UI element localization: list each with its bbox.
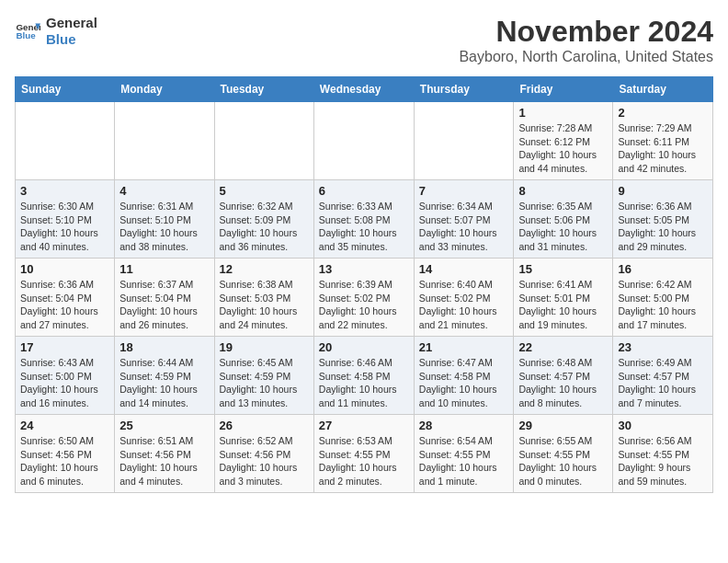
day-cell bbox=[115, 102, 214, 180]
day-cell: 4Sunrise: 6:31 AM Sunset: 5:10 PM Daylig… bbox=[115, 180, 214, 259]
day-info: Sunrise: 6:47 AM Sunset: 4:58 PM Dayligh… bbox=[419, 356, 509, 410]
day-info: Sunrise: 6:55 AM Sunset: 4:55 PM Dayligh… bbox=[518, 434, 608, 488]
month-title: November 2024 bbox=[459, 15, 713, 49]
logo-icon: General Blue bbox=[15, 18, 40, 44]
day-number: 25 bbox=[119, 419, 209, 432]
day-number: 5 bbox=[220, 184, 309, 198]
day-info: Sunrise: 6:53 AM Sunset: 4:55 PM Dayligh… bbox=[319, 434, 409, 488]
day-cell: 10Sunrise: 6:36 AM Sunset: 5:04 PM Dayli… bbox=[16, 259, 115, 337]
day-number: 7 bbox=[419, 184, 509, 198]
col-header-sunday: Sunday bbox=[16, 77, 115, 102]
day-cell: 17Sunrise: 6:43 AM Sunset: 5:00 PM Dayli… bbox=[16, 337, 115, 415]
col-header-thursday: Thursday bbox=[414, 77, 514, 102]
day-number: 22 bbox=[518, 340, 608, 354]
day-info: Sunrise: 6:54 AM Sunset: 4:55 PM Dayligh… bbox=[419, 434, 509, 488]
day-info: Sunrise: 6:39 AM Sunset: 5:02 PM Dayligh… bbox=[319, 278, 409, 332]
day-number: 18 bbox=[119, 340, 209, 354]
day-cell bbox=[414, 102, 514, 180]
week-row-4: 24Sunrise: 6:50 AM Sunset: 4:56 PM Dayli… bbox=[16, 415, 713, 493]
calendar-header-row: SundayMondayTuesdayWednesdayThursdayFrid… bbox=[16, 77, 713, 102]
col-header-wednesday: Wednesday bbox=[313, 77, 414, 102]
day-info: Sunrise: 6:34 AM Sunset: 5:07 PM Dayligh… bbox=[419, 200, 509, 254]
col-header-tuesday: Tuesday bbox=[214, 77, 313, 102]
day-cell: 30Sunrise: 6:56 AM Sunset: 4:55 PM Dayli… bbox=[613, 415, 713, 493]
day-cell: 13Sunrise: 6:39 AM Sunset: 5:02 PM Dayli… bbox=[313, 259, 414, 337]
day-info: Sunrise: 6:56 AM Sunset: 4:55 PM Dayligh… bbox=[618, 434, 708, 488]
day-cell bbox=[16, 102, 115, 180]
day-number: 11 bbox=[119, 262, 209, 276]
day-cell: 20Sunrise: 6:46 AM Sunset: 4:58 PM Dayli… bbox=[313, 337, 414, 415]
day-cell: 3Sunrise: 6:30 AM Sunset: 5:10 PM Daylig… bbox=[16, 180, 115, 259]
day-number: 12 bbox=[220, 262, 309, 276]
day-number: 9 bbox=[618, 184, 708, 198]
day-number: 23 bbox=[618, 340, 708, 354]
day-info: Sunrise: 7:29 AM Sunset: 6:11 PM Dayligh… bbox=[618, 121, 708, 176]
day-number: 1 bbox=[518, 106, 608, 120]
day-cell: 8Sunrise: 6:35 AM Sunset: 5:06 PM Daylig… bbox=[514, 180, 613, 259]
day-number: 3 bbox=[20, 184, 109, 198]
day-number: 30 bbox=[618, 419, 708, 432]
day-number: 4 bbox=[119, 184, 209, 198]
day-cell: 2Sunrise: 7:29 AM Sunset: 6:11 PM Daylig… bbox=[613, 102, 713, 180]
day-cell: 23Sunrise: 6:49 AM Sunset: 4:57 PM Dayli… bbox=[613, 337, 713, 415]
day-cell: 28Sunrise: 6:54 AM Sunset: 4:55 PM Dayli… bbox=[414, 415, 514, 493]
day-cell: 15Sunrise: 6:41 AM Sunset: 5:01 PM Dayli… bbox=[514, 259, 613, 337]
day-number: 27 bbox=[319, 419, 409, 432]
title-area: November 2024 Bayboro, North Carolina, U… bbox=[459, 15, 713, 65]
day-info: Sunrise: 6:38 AM Sunset: 5:03 PM Dayligh… bbox=[220, 278, 309, 332]
day-number: 2 bbox=[618, 106, 708, 120]
day-cell: 1Sunrise: 7:28 AM Sunset: 6:12 PM Daylig… bbox=[514, 102, 613, 180]
day-info: Sunrise: 6:30 AM Sunset: 5:10 PM Dayligh… bbox=[20, 200, 109, 254]
day-cell: 11Sunrise: 6:37 AM Sunset: 5:04 PM Dayli… bbox=[115, 259, 214, 337]
day-cell: 6Sunrise: 6:33 AM Sunset: 5:08 PM Daylig… bbox=[313, 180, 414, 259]
col-header-friday: Friday bbox=[514, 77, 613, 102]
day-info: Sunrise: 6:32 AM Sunset: 5:09 PM Dayligh… bbox=[220, 200, 309, 254]
day-cell: 26Sunrise: 6:52 AM Sunset: 4:56 PM Dayli… bbox=[214, 415, 313, 493]
day-cell bbox=[214, 102, 313, 180]
day-info: Sunrise: 6:43 AM Sunset: 5:00 PM Dayligh… bbox=[20, 356, 109, 410]
logo: General Blue General Blue General Blue bbox=[15, 15, 97, 48]
week-row-3: 17Sunrise: 6:43 AM Sunset: 5:00 PM Dayli… bbox=[16, 337, 713, 415]
day-info: Sunrise: 6:52 AM Sunset: 4:56 PM Dayligh… bbox=[220, 434, 309, 488]
day-number: 26 bbox=[220, 419, 309, 432]
location-title: Bayboro, North Carolina, United States bbox=[459, 49, 713, 65]
day-number: 28 bbox=[419, 419, 509, 432]
day-info: Sunrise: 6:46 AM Sunset: 4:58 PM Dayligh… bbox=[319, 356, 409, 410]
day-cell: 18Sunrise: 6:44 AM Sunset: 4:59 PM Dayli… bbox=[115, 337, 214, 415]
day-cell: 29Sunrise: 6:55 AM Sunset: 4:55 PM Dayli… bbox=[514, 415, 613, 493]
day-cell: 12Sunrise: 6:38 AM Sunset: 5:03 PM Dayli… bbox=[214, 259, 313, 337]
day-number: 17 bbox=[20, 340, 109, 354]
week-row-1: 3Sunrise: 6:30 AM Sunset: 5:10 PM Daylig… bbox=[16, 180, 713, 259]
day-number: 14 bbox=[419, 262, 509, 276]
day-cell: 5Sunrise: 6:32 AM Sunset: 5:09 PM Daylig… bbox=[214, 180, 313, 259]
day-number: 8 bbox=[518, 184, 608, 198]
day-cell: 24Sunrise: 6:50 AM Sunset: 4:56 PM Dayli… bbox=[16, 415, 115, 493]
day-cell: 7Sunrise: 6:34 AM Sunset: 5:07 PM Daylig… bbox=[414, 180, 514, 259]
day-cell: 21Sunrise: 6:47 AM Sunset: 4:58 PM Dayli… bbox=[414, 337, 514, 415]
day-info: Sunrise: 6:48 AM Sunset: 4:57 PM Dayligh… bbox=[518, 356, 608, 410]
day-number: 20 bbox=[319, 340, 409, 354]
day-info: Sunrise: 6:41 AM Sunset: 5:01 PM Dayligh… bbox=[518, 278, 608, 332]
day-info: Sunrise: 6:51 AM Sunset: 4:56 PM Dayligh… bbox=[119, 434, 209, 488]
col-header-monday: Monday bbox=[115, 77, 214, 102]
day-cell: 22Sunrise: 6:48 AM Sunset: 4:57 PM Dayli… bbox=[514, 337, 613, 415]
day-info: Sunrise: 6:42 AM Sunset: 5:00 PM Dayligh… bbox=[618, 278, 708, 332]
day-info: Sunrise: 6:44 AM Sunset: 4:59 PM Dayligh… bbox=[119, 356, 209, 410]
header: General Blue General Blue General Blue N… bbox=[15, 15, 713, 65]
day-info: Sunrise: 6:36 AM Sunset: 5:04 PM Dayligh… bbox=[20, 278, 109, 332]
day-cell: 14Sunrise: 6:40 AM Sunset: 5:02 PM Dayli… bbox=[414, 259, 514, 337]
day-info: Sunrise: 6:33 AM Sunset: 5:08 PM Dayligh… bbox=[319, 200, 409, 254]
day-info: Sunrise: 6:49 AM Sunset: 4:57 PM Dayligh… bbox=[618, 356, 708, 410]
day-info: Sunrise: 6:45 AM Sunset: 4:59 PM Dayligh… bbox=[220, 356, 309, 410]
col-header-saturday: Saturday bbox=[613, 77, 713, 102]
day-cell: 25Sunrise: 6:51 AM Sunset: 4:56 PM Dayli… bbox=[115, 415, 214, 493]
day-info: Sunrise: 6:35 AM Sunset: 5:06 PM Dayligh… bbox=[518, 200, 608, 254]
day-number: 15 bbox=[518, 262, 608, 276]
day-info: Sunrise: 6:40 AM Sunset: 5:02 PM Dayligh… bbox=[419, 278, 509, 332]
day-number: 16 bbox=[618, 262, 708, 276]
day-info: Sunrise: 6:37 AM Sunset: 5:04 PM Dayligh… bbox=[119, 278, 209, 332]
day-cell: 16Sunrise: 6:42 AM Sunset: 5:00 PM Dayli… bbox=[613, 259, 713, 337]
day-info: Sunrise: 7:28 AM Sunset: 6:12 PM Dayligh… bbox=[518, 121, 608, 176]
day-info: Sunrise: 6:36 AM Sunset: 5:05 PM Dayligh… bbox=[618, 200, 708, 254]
calendar-table: SundayMondayTuesdayWednesdayThursdayFrid… bbox=[15, 76, 713, 493]
